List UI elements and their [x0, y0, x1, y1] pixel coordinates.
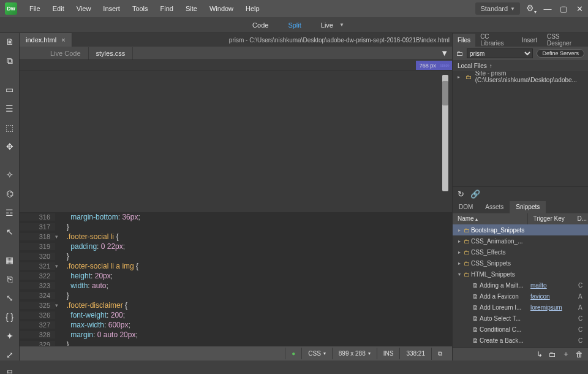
- manage-icon[interactable]: ⧉: [4, 56, 15, 66]
- device-preview-icon[interactable]: ⧉: [431, 348, 448, 360]
- selection-icon[interactable]: ✥: [4, 142, 15, 151]
- col-trigger[interactable]: Trigger Key: [528, 213, 576, 224]
- code-content[interactable]: height: 20px;: [61, 272, 113, 280]
- hierarchy-icon[interactable]: 品: [4, 369, 15, 374]
- code-line[interactable]: 316 margin-bottom: 36px;: [20, 212, 452, 222]
- define-servers-button[interactable]: Define Servers: [537, 49, 584, 58]
- snippets-tree[interactable]: ▸🗀Bootstrap_Snippets▸🗀CSS_Animation_...▸…: [453, 224, 588, 347]
- disclosure-triangle-icon[interactable]: ▾: [456, 272, 462, 277]
- document-tab[interactable]: index.html ×: [20, 33, 72, 47]
- menu-edit[interactable]: Edit: [47, 1, 70, 16]
- code-content[interactable]: width: auto;: [61, 281, 108, 290]
- live-view-scrollbar[interactable]: [442, 75, 448, 191]
- screen-icon[interactable]: ▭: [4, 85, 15, 94]
- code-line[interactable]: 323 width: auto;: [20, 281, 452, 291]
- disclosure-triangle-icon[interactable]: ▸: [456, 227, 462, 233]
- chevron-down-icon[interactable]: ▼: [339, 22, 344, 28]
- snippet-row[interactable]: 🗎Add Loreum I...loremipsumA: [453, 302, 588, 313]
- code-content[interactable]: .footer-social li {: [61, 232, 118, 241]
- minimize-icon[interactable]: —: [544, 5, 551, 12]
- ruler-breakpoint[interactable]: 768 px »»»»: [416, 61, 452, 70]
- disclosure-triangle-icon[interactable]: ▸: [456, 250, 462, 255]
- snippet-row[interactable]: 🗎Adding a Mailt...mailtoC: [453, 280, 588, 291]
- cursor-icon[interactable]: ↖: [4, 227, 15, 237]
- expand-icon[interactable]: ⤢: [4, 350, 15, 360]
- stack-icon[interactable]: ☰: [4, 104, 15, 113]
- code-line[interactable]: 320 }: [20, 251, 452, 261]
- col-name[interactable]: Name ▴: [453, 213, 528, 224]
- insert-mode[interactable]: INS: [377, 348, 400, 359]
- code-line[interactable]: 319 padding: 0 22px;: [20, 242, 452, 251]
- view-code-button[interactable]: Code: [244, 18, 277, 32]
- close-icon[interactable]: ✕: [576, 5, 583, 12]
- snippets-folder-row[interactable]: ▸🗀Bootstrap_Snippets: [453, 224, 588, 235]
- code-content[interactable]: max-width: 600px;: [61, 321, 130, 329]
- snippet-row[interactable]: 🗎Create a Back...C: [453, 335, 588, 346]
- snippets-folder-row[interactable]: ▸🗀CSS_Snippets: [453, 258, 588, 269]
- refresh-icon[interactable]: ↻: [458, 189, 464, 199]
- code-line[interactable]: 322 height: 20px;: [20, 271, 452, 281]
- new-folder-icon[interactable]: 🗀: [549, 350, 556, 359]
- live-code-tab[interactable]: Live Code: [43, 47, 89, 59]
- menu-site[interactable]: Site: [179, 1, 203, 16]
- maximize-icon[interactable]: ▢: [560, 5, 567, 12]
- code-line[interactable]: 325▾ .footer-disclaimer {: [20, 300, 452, 310]
- code-line[interactable]: 321▾ .footer-social li a img {: [20, 261, 452, 271]
- code-content[interactable]: font-weight: 200;: [61, 311, 125, 319]
- tab-insert[interactable]: Insert: [517, 34, 542, 47]
- menu-help[interactable]: Help: [239, 1, 266, 16]
- code-content[interactable]: }: [61, 291, 69, 300]
- snippet-row[interactable]: 🗎Auto Select T...C: [453, 313, 588, 324]
- code-content[interactable]: }: [61, 252, 69, 261]
- code-content[interactable]: .footer-social li a img {: [61, 262, 138, 270]
- filter-icon[interactable]: ▼: [440, 48, 448, 58]
- site-selector[interactable]: prism: [467, 48, 533, 58]
- snippet-row[interactable]: 🗎Add a FaviconfaviconA: [453, 291, 588, 302]
- code-brackets-icon[interactable]: { }: [4, 312, 15, 322]
- image-icon[interactable]: ▦: [4, 255, 15, 265]
- delete-icon[interactable]: 🗑: [576, 350, 583, 359]
- code-content[interactable]: margin: 0 auto 20px;: [61, 330, 138, 339]
- magic-icon[interactable]: ✧: [4, 170, 15, 180]
- local-files-header[interactable]: Local Files ↑: [453, 60, 588, 71]
- disclosure-triangle-icon[interactable]: ▸: [456, 239, 462, 244]
- sync-settings-icon[interactable]: ⚙▾: [526, 3, 537, 15]
- link-icon[interactable]: ⎘: [4, 274, 15, 284]
- menu-tools[interactable]: Tools: [126, 1, 154, 16]
- fold-toggle-icon[interactable]: ▾: [55, 302, 61, 308]
- new-snippet-icon[interactable]: ＋: [562, 349, 570, 359]
- site-root-row[interactable]: ▸ 🗀 Site - prism (C:\Users\nishkuma\Desk…: [453, 71, 588, 82]
- view-split-button[interactable]: Split: [279, 18, 309, 32]
- file-icon[interactable]: 🗎: [4, 37, 15, 47]
- dotted-box-icon[interactable]: ⬚: [4, 123, 15, 132]
- code-line[interactable]: 329 }: [20, 340, 452, 346]
- workspace-switcher[interactable]: Standard ▼: [475, 2, 520, 15]
- scrollbar-thumb[interactable]: [442, 81, 448, 105]
- code-content[interactable]: padding: 0 22px;: [61, 242, 125, 251]
- tab-snippets[interactable]: Snippets: [510, 201, 546, 213]
- move-icon[interactable]: ⤡: [4, 293, 15, 303]
- disclosure-triangle-icon[interactable]: ▸: [458, 74, 462, 80]
- insert-snippet-icon[interactable]: ↳: [537, 350, 543, 359]
- tab-assets[interactable]: Assets: [479, 201, 510, 213]
- language-mode[interactable]: CSS▾: [301, 348, 332, 359]
- code-content[interactable]: margin-bottom: 36px;: [61, 213, 140, 221]
- menu-file[interactable]: File: [23, 1, 47, 16]
- code-content[interactable]: }: [61, 340, 69, 346]
- code-line[interactable]: 328 margin: 0 auto 20px;: [20, 330, 452, 340]
- view-live-button[interactable]: Live: [312, 18, 342, 32]
- files-tree[interactable]: ▸ 🗀 Site - prism (C:\Users\nishkuma\Desk…: [453, 71, 588, 186]
- col-description[interactable]: D...: [576, 213, 588, 224]
- menu-window[interactable]: Window: [203, 1, 239, 16]
- menu-insert[interactable]: Insert: [97, 1, 126, 16]
- tab-files[interactable]: Files: [453, 34, 475, 47]
- link-icon[interactable]: 🔗: [470, 189, 480, 199]
- code-content[interactable]: }: [61, 223, 69, 231]
- snippets-folder-row[interactable]: ▾🗀HTML_Snippets: [453, 269, 588, 280]
- linked-styles-tab[interactable]: styles.css: [89, 47, 134, 59]
- viewport-size[interactable]: 899 x 288▾: [332, 348, 377, 359]
- snippets-folder-row[interactable]: ▸🗀CSS_Effects: [453, 246, 588, 258]
- list-icon[interactable]: ☲: [4, 208, 15, 218]
- code-line[interactable]: 317 }: [20, 222, 452, 232]
- code-line[interactable]: 327 max-width: 600px;: [20, 320, 452, 330]
